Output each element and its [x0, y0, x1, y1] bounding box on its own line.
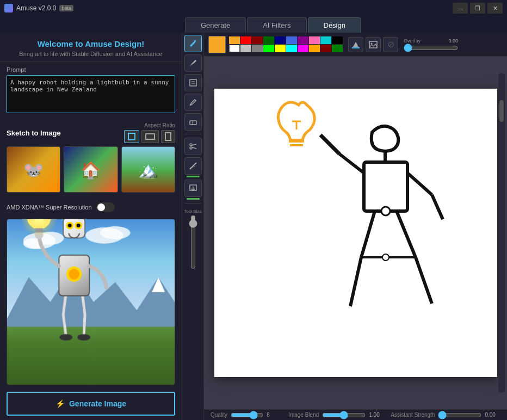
clear-tool-button[interactable]: ⊘ — [383, 37, 398, 52]
svg-point-4 — [190, 104, 191, 106]
brush-icon — [189, 59, 197, 67]
svg-point-8 — [190, 147, 192, 149]
color-yellow[interactable] — [275, 45, 286, 52]
aspect-ratio-buttons — [124, 130, 175, 143]
tool-size-slider[interactable] — [188, 215, 199, 269]
tool-size-label: Tool Size — [184, 209, 201, 214]
prompt-input[interactable]: A happy robot holding a lightbulb in a s… — [7, 75, 175, 113]
minimize-button[interactable]: — — [453, 3, 468, 14]
welcome-subtitle: Bring art to life with Stable Diffusion … — [9, 51, 173, 57]
color-black[interactable] — [332, 36, 343, 44]
color-orange[interactable] — [229, 36, 240, 44]
generate-btn-wrapper: ⚡ Generate Image — [0, 387, 182, 420]
tab-generate[interactable]: Generate — [185, 17, 246, 33]
ar-square-button[interactable] — [124, 130, 139, 143]
app-title: Amuse v2.0.0 — [16, 4, 56, 12]
tool-size-section: Tool Size — [184, 209, 201, 269]
tool-action-buttons: ⊘ — [348, 37, 398, 52]
svg-rect-1 — [190, 79, 196, 86]
image-icon — [369, 40, 378, 49]
color-silver[interactable] — [240, 45, 251, 52]
svg-line-24 — [361, 211, 375, 257]
color-lime[interactable] — [263, 45, 274, 52]
color-maroon[interactable] — [320, 45, 331, 52]
svg-rect-19 — [364, 162, 407, 211]
eraser-icon — [189, 118, 197, 126]
assistant-strength-label: Assistant Strength — [391, 412, 435, 418]
color-magenta[interactable] — [298, 45, 308, 52]
line-icon — [189, 162, 197, 170]
bottom-bar: Quality 8 Image Blend 1.00 Assistant Str… — [204, 409, 507, 420]
overlay-slider[interactable] — [404, 45, 458, 51]
color-hot-pink[interactable] — [309, 36, 320, 44]
toolbar-divider-2 — [185, 203, 201, 203]
quality-label: Quality — [211, 412, 227, 418]
super-res-toggle[interactable] — [96, 202, 115, 212]
color-green[interactable] — [332, 45, 343, 52]
scroll-thumb[interactable] — [499, 100, 504, 122]
brush-tool-button[interactable] — [184, 54, 202, 72]
quality-value: 8 — [267, 412, 280, 418]
color-dark-red[interactable] — [252, 36, 263, 44]
beta-badge: beta — [59, 5, 73, 11]
sketch-svg — [214, 89, 497, 377]
sticky-tool-button[interactable] — [184, 74, 202, 91]
color-white[interactable] — [229, 45, 240, 52]
color-cyan[interactable] — [286, 45, 297, 52]
line-tool-button[interactable] — [184, 157, 202, 175]
color-amber[interactable] — [309, 45, 320, 52]
color-dark-magenta[interactable] — [298, 36, 308, 44]
export-tool-button[interactable] — [184, 180, 202, 197]
sketch-section: Sketch to Image Aspect Ratio — [0, 119, 182, 200]
close-button[interactable]: ✕ — [487, 3, 503, 14]
color-royal-blue[interactable] — [286, 36, 297, 44]
drawing-canvas[interactable] — [214, 89, 497, 377]
svg-line-10 — [192, 147, 196, 149]
tab-ai-filters[interactable]: AI Filters — [247, 17, 306, 33]
svg-line-9 — [192, 144, 196, 145]
pen-tool-button[interactable] — [184, 94, 202, 111]
fill-tool-button[interactable] — [348, 37, 363, 52]
welcome-title: Welcome to Amuse Design! — [9, 39, 173, 48]
overlay-section: Overlay 0.00 — [404, 38, 458, 51]
app-icon — [4, 4, 13, 13]
eraser-tool-button[interactable] — [184, 113, 202, 131]
image-tool-button[interactable] — [366, 37, 381, 52]
quality-slider[interactable] — [231, 413, 263, 417]
assistant-strength-value: 0.00 — [485, 412, 498, 418]
color-red[interactable] — [240, 36, 251, 44]
canvas-area[interactable] — [204, 57, 507, 409]
ar-landscape-button[interactable] — [141, 130, 159, 143]
color-palette — [229, 36, 343, 52]
generate-image-button[interactable]: ⚡ Generate Image — [7, 392, 175, 416]
svg-line-20 — [339, 154, 364, 173]
ar-portrait-button[interactable] — [161, 130, 175, 143]
sketch-thumb-1[interactable] — [7, 146, 60, 193]
assistant-strength-slider[interactable] — [438, 413, 481, 417]
sketch-thumbnails — [7, 146, 175, 193]
tab-design[interactable]: Design — [308, 17, 361, 33]
sketch-thumb-2[interactable] — [64, 146, 118, 193]
sketch-thumb-3[interactable] — [121, 146, 175, 193]
generated-image-canvas — [7, 219, 175, 385]
svg-line-11 — [190, 163, 196, 169]
color-gray[interactable] — [252, 45, 263, 52]
select-tool-button[interactable] — [184, 35, 202, 52]
maximize-button[interactable]: ❐ — [470, 3, 485, 14]
assistant-strength-slider-group: Assistant Strength 0.00 — [391, 412, 498, 418]
right-area: ⊘ Overlay 0.00 — [204, 33, 507, 420]
image-blend-value: 1.00 — [369, 412, 382, 418]
thumb-img-2 — [64, 147, 117, 192]
export-icon — [189, 184, 197, 193]
image-blend-slider[interactable] — [322, 413, 366, 417]
scissors-tool-button[interactable] — [184, 138, 202, 155]
export-tool-wrapper — [184, 180, 202, 200]
color-dark-green[interactable] — [263, 36, 274, 44]
line-tool-wrapper — [184, 157, 202, 177]
welcome-section: Welcome to Amuse Design! Bring art to li… — [0, 33, 182, 62]
color-navy[interactable] — [275, 36, 286, 44]
vertical-scrollbar[interactable] — [498, 73, 505, 393]
fill-icon — [351, 40, 360, 49]
color-dark-turquoise[interactable] — [320, 36, 331, 44]
active-color-swatch[interactable] — [208, 36, 226, 53]
